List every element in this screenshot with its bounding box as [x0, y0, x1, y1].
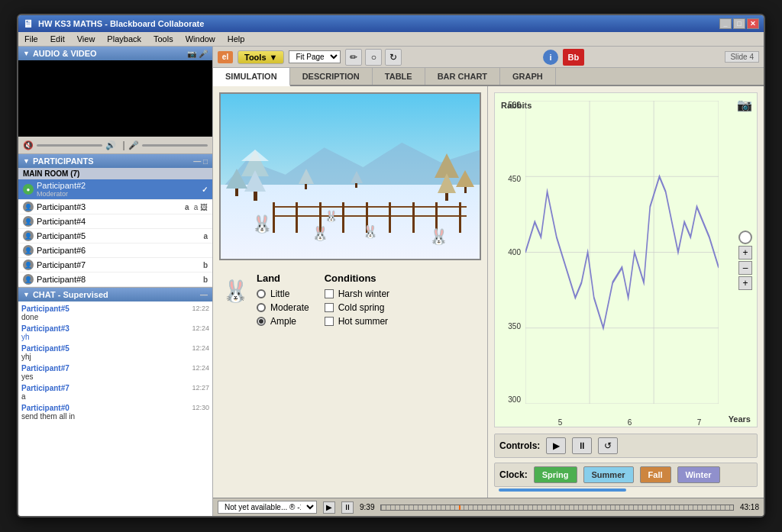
- chk-harsh-winter[interactable]: [325, 289, 334, 298]
- season-spring-button[interactable]: Spring: [534, 466, 577, 483]
- participant-item[interactable]: 👤 Participant#8 b: [18, 272, 212, 287]
- participant-item[interactable]: 👤 Participant#6: [18, 243, 212, 258]
- season-fall-button[interactable]: Fall: [640, 466, 671, 483]
- av-mic-slider[interactable]: [142, 144, 208, 147]
- participants-section: ▼ PARTICIPANTS — □ MAIN ROOM (7) ● Parti…: [18, 154, 212, 288]
- minimize-button[interactable]: _: [719, 18, 732, 29]
- simulation-controls: 🐰 Land Little: [213, 266, 487, 342]
- status-select[interactable]: Not yet available... ® -1: [218, 501, 317, 514]
- participant-name: Participant#6: [37, 246, 208, 255]
- radio-moderate[interactable]: Moderate: [257, 302, 309, 313]
- menu-playback[interactable]: Playback: [104, 34, 144, 44]
- msg-time: 12:24: [192, 324, 209, 332]
- tab-graph[interactable]: GRAPH: [500, 68, 556, 85]
- radio-btn-moderate[interactable]: [257, 303, 266, 312]
- menu-view[interactable]: View: [74, 34, 99, 44]
- chk-label-harsh-winter: Harsh winter: [338, 289, 389, 299]
- av-collapse-arrow[interactable]: ▼: [23, 50, 30, 57]
- chk-hot-summer[interactable]: [325, 317, 334, 326]
- checkbox-harsh-winter[interactable]: Harsh winter: [325, 289, 389, 299]
- msg-sender: Participant#5: [21, 344, 69, 353]
- title-bar: 🖥 HW KS3 MATHS - Blackboard Collaborate …: [18, 15, 764, 32]
- maximize-button[interactable]: □: [733, 18, 745, 29]
- msg-sender: Participant#0: [21, 404, 69, 412]
- fit-page-select[interactable]: Fit Page: [289, 50, 341, 63]
- msg-text: send them all in: [21, 412, 209, 421]
- audio-video-section: ▼ AUDIO & VIDEO 📷 🎤 🔇 🔊 | 🎤: [18, 47, 212, 154]
- tools-label: Tools: [244, 53, 267, 62]
- radio-btn-ample[interactable]: [257, 317, 266, 326]
- menu-edit[interactable]: Edit: [47, 34, 68, 44]
- menu-window[interactable]: Window: [183, 34, 218, 44]
- y-axis-labels: 300 350 400 450 500: [495, 101, 524, 404]
- chat-messages: Participant#5 12:22 done Participant#3 1…: [18, 301, 212, 516]
- participant-item[interactable]: 👤 Participant#7 b: [18, 258, 212, 272]
- info-button[interactable]: i: [543, 50, 558, 65]
- radio-ample[interactable]: Ample: [257, 316, 309, 327]
- tab-table[interactable]: TABLE: [373, 68, 425, 85]
- participant-item[interactable]: 👤 Participant#5 a: [18, 229, 212, 243]
- radio-little[interactable]: Little: [257, 289, 309, 299]
- rabbit-4: 🐰: [429, 227, 448, 246]
- rabbit-1: 🐰: [252, 214, 273, 234]
- conditions-label: Conditions: [325, 272, 389, 284]
- menu-help[interactable]: Help: [225, 34, 248, 44]
- camera-icon[interactable]: 📷: [737, 98, 752, 112]
- participant-item[interactable]: 👤 Participant#3 a a 🖼: [18, 200, 212, 214]
- av-icon: 📷 🎤: [187, 50, 208, 58]
- participant-badge: ✓: [202, 185, 208, 194]
- y-label-350: 350: [495, 322, 521, 330]
- tab-simulation[interactable]: SIMULATION: [213, 68, 290, 86]
- season-winter-button[interactable]: Winter: [677, 466, 720, 483]
- audio-video-label: AUDIO & VIDEO: [33, 49, 97, 58]
- status-play-button[interactable]: ▶: [323, 501, 335, 514]
- tool-circle-button[interactable]: ○: [365, 49, 382, 66]
- chat-message: Participant#7 12:24 yes: [21, 364, 209, 381]
- zoom-out-button[interactable]: –: [738, 261, 752, 275]
- zoom-reset-button[interactable]: +: [738, 276, 752, 290]
- msg-sender: Participant#7: [21, 384, 69, 392]
- participant-badge: a: [203, 232, 208, 240]
- chat-collapse-arrow[interactable]: ▼: [23, 291, 30, 298]
- chat-message: Participant#7 12:27 a: [21, 384, 209, 401]
- close-button[interactable]: ✕: [747, 18, 759, 29]
- x-axis-labels: 5 6 7: [525, 418, 734, 427]
- participants-collapse-arrow[interactable]: ▼: [23, 157, 30, 165]
- msg-time: 12:24: [192, 364, 209, 372]
- checkbox-cold-spring[interactable]: Cold spring: [325, 302, 389, 313]
- tab-bar-chart[interactable]: BAR CHART: [425, 68, 500, 85]
- season-summer-button[interactable]: Summer: [583, 466, 634, 483]
- pause-button[interactable]: ⏸: [572, 437, 592, 454]
- msg-sender: Participant#7: [21, 364, 69, 372]
- status-pause-button[interactable]: ⏸: [341, 501, 354, 514]
- play-button[interactable]: ▶: [546, 437, 566, 454]
- msg-text: a: [21, 392, 209, 401]
- participant-item[interactable]: 👤 Participant#4: [18, 214, 212, 229]
- participant-item[interactable]: ● Participant#2 Moderator ✓: [18, 179, 212, 200]
- tab-description[interactable]: DESCRIPTION: [290, 68, 373, 85]
- radio-btn-little[interactable]: [257, 289, 266, 298]
- menu-tools[interactable]: Tools: [150, 34, 176, 44]
- tools-button[interactable]: Tools ▼: [238, 50, 284, 64]
- participant-avatar: 👤: [23, 260, 34, 270]
- main-window: 🖥 HW KS3 MATHS - Blackboard Collaborate …: [17, 14, 765, 517]
- zoom-in-button[interactable]: +: [738, 246, 752, 260]
- reset-button[interactable]: ↺: [598, 437, 618, 454]
- av-slider[interactable]: [37, 144, 102, 147]
- tool-refresh-button[interactable]: ↻: [385, 49, 402, 66]
- chat-message: Participant#5 12:24 yhj: [21, 344, 209, 361]
- chk-cold-spring[interactable]: [325, 303, 334, 312]
- toolbar-icons: ✏ ○ ↻: [345, 49, 402, 66]
- blackboard-button[interactable]: Bb: [563, 49, 584, 66]
- y-label-500: 500: [495, 101, 521, 109]
- msg-time: 12:24: [192, 344, 209, 352]
- controls-row: 🐰 Land Little: [222, 272, 478, 330]
- checkbox-hot-summer[interactable]: Hot summer: [325, 316, 389, 327]
- tool-pencil-button[interactable]: ✏: [345, 49, 362, 66]
- menu-file[interactable]: File: [21, 34, 41, 44]
- tools-dropdown-icon: ▼: [270, 53, 278, 62]
- progress-timeline[interactable]: [380, 505, 734, 511]
- room-header: MAIN ROOM (7): [18, 168, 212, 179]
- msg-sender: Participant#5: [21, 305, 69, 313]
- x-axis-label: Years: [729, 414, 751, 424]
